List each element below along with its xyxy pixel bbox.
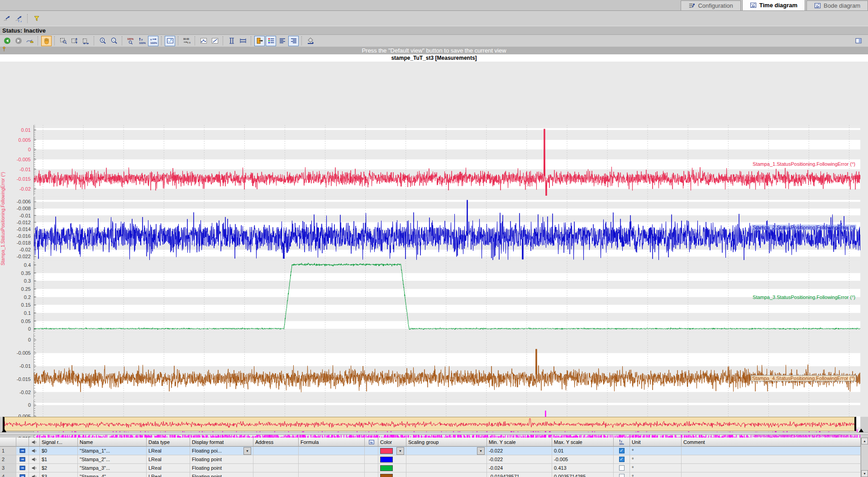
formula-toggle-cell[interactable] [365, 455, 378, 464]
legend-button[interactable] [266, 36, 276, 46]
interpolation-button[interactable] [210, 36, 220, 46]
align-left-button[interactable] [277, 36, 287, 46]
back-button[interactable] [2, 36, 12, 46]
zoom-select-button[interactable] [58, 36, 68, 46]
comment-cell[interactable] [682, 447, 861, 455]
column-header-scaling-group[interactable]: Scaling group [406, 438, 487, 447]
column-header-comment[interactable]: Comment [682, 438, 861, 447]
overview-strip[interactable] [3, 417, 856, 431]
trace-label-3[interactable]: Stampa_3.StatusPositioning.FollowingErro… [752, 294, 856, 300]
audio-cell[interactable] [29, 464, 40, 472]
formula-cell[interactable] [299, 472, 365, 477]
column-header-name[interactable]: Name [78, 438, 147, 447]
chevron-down-icon[interactable]: ▼ [477, 447, 485, 455]
formula-cell[interactable] [299, 464, 365, 472]
tab-time-diagram[interactable]: Time diagram [742, 0, 805, 10]
name-cell[interactable]: "Stampa_2"... [78, 455, 147, 464]
column-header-blank[interactable] [0, 438, 16, 447]
display-format-cell[interactable]: Floating poi...▼ [190, 447, 253, 455]
trace-label-4[interactable]: Stampa_4.StatusPositioning.FollowingErro… [751, 375, 856, 381]
overview-track[interactable] [0, 432, 868, 435]
comment-cell[interactable] [682, 455, 861, 464]
zoom-in-button[interactable] [97, 36, 108, 46]
min-y-scale-cell[interactable]: -0.019428571 [487, 472, 552, 477]
display-format-cell[interactable]: Floating point [190, 472, 253, 477]
visible-checkbox[interactable] [619, 465, 625, 471]
tab-bode-diagram[interactable]: Bode diagram [806, 0, 868, 10]
color-swatch[interactable] [380, 448, 393, 454]
max-y-scale-cell[interactable]: 0.01 [552, 447, 614, 455]
signal-cell[interactable]: $0 [40, 447, 78, 455]
address-cell[interactable] [253, 447, 299, 455]
formula-toggle-cell[interactable] [365, 464, 378, 472]
time-offset-button[interactable]: 00:00t ± [181, 36, 192, 46]
plot-canvas-4[interactable] [33, 333, 860, 399]
table-row[interactable]: 4$3"Stampa_4"...LRealFloating point-0.01… [0, 472, 861, 477]
address-cell[interactable] [253, 455, 299, 464]
chevron-down-icon[interactable]: ▼ [396, 447, 404, 455]
name-cell[interactable]: "Stampa_1"... [78, 447, 147, 455]
y-100-button[interactable]: y100% [137, 36, 147, 46]
color-swatch[interactable] [380, 457, 393, 463]
zoom-vertical-button[interactable] [69, 36, 80, 46]
table-row[interactable]: 3$2"Stampa_3"...LRealFloating point-0.02… [0, 464, 861, 472]
column-header-blank[interactable] [16, 438, 29, 447]
comment-cell[interactable] [682, 472, 861, 477]
min-y-scale-cell[interactable]: -0.024 [487, 464, 552, 472]
signal-cell[interactable]: $3 [40, 472, 78, 477]
audio-cell[interactable] [29, 455, 40, 464]
filter-button[interactable] [31, 13, 42, 24]
scaling-group-cell[interactable] [406, 472, 487, 477]
color-cell[interactable] [378, 455, 406, 464]
max-y-scale-cell[interactable]: 0.0035714285 [552, 472, 614, 477]
color-cell[interactable] [378, 464, 406, 472]
column-header-formula[interactable]: Formula [299, 438, 365, 447]
dock-button[interactable] [853, 36, 863, 46]
column-header-signal-r-[interactable]: Signal r... [40, 438, 78, 447]
scaling-group-cell[interactable]: ▼ [406, 447, 487, 455]
x-100-button[interactable]: x100% [148, 36, 158, 46]
color-cell[interactable] [378, 472, 406, 477]
address-cell[interactable] [253, 464, 299, 472]
max-y-scale-cell[interactable]: 0.413 [552, 464, 614, 472]
formula-toggle-cell[interactable] [365, 472, 378, 477]
forward-button[interactable] [13, 36, 24, 46]
column-header-color[interactable]: Color [378, 438, 406, 447]
plot-canvas-3[interactable] [33, 261, 860, 332]
visible-cell[interactable] [614, 472, 630, 477]
visible-cell[interactable]: ✓ [614, 447, 630, 455]
signal-cell[interactable]: $1 [40, 455, 78, 464]
color-swatch[interactable] [380, 474, 393, 477]
column-header-yscale-icon[interactable]: y100x [614, 438, 630, 447]
plot-canvas-1[interactable] [33, 125, 860, 196]
scaling-group-cell[interactable] [406, 455, 487, 464]
trace-label-1[interactable]: Stampa_1.StatusPositioning.FollowingErro… [752, 161, 856, 167]
visible-cell[interactable] [614, 464, 630, 472]
align-right-button[interactable] [288, 36, 299, 46]
background-color-button[interactable] [305, 36, 315, 46]
formula-cell[interactable] [299, 455, 365, 464]
table-row[interactable]: 1$0"Stampa_1"...LRealFloating poi...▼▼▼-… [0, 447, 861, 455]
pan-button[interactable] [41, 36, 52, 46]
export-trace-button[interactable] [2, 13, 12, 24]
samples-button[interactable] [198, 36, 209, 46]
curve-view-button[interactable] [165, 36, 175, 46]
name-cell[interactable]: "Stampa_4"... [78, 472, 147, 477]
visible-checkbox[interactable] [619, 474, 625, 477]
vertical-measure-button[interactable] [226, 36, 237, 46]
max-y-scale-cell[interactable]: -0.005 [552, 455, 614, 464]
chevron-down-icon[interactable]: ▼ [243, 447, 251, 455]
column-header-fx-icon[interactable]: fx [365, 438, 378, 447]
zoom-out-button[interactable] [109, 36, 119, 46]
default-view-button[interactable] [254, 36, 265, 46]
column-header-data-type[interactable]: Data type [147, 438, 190, 447]
snapshot-button[interactable] [24, 36, 35, 46]
audio-cell[interactable] [29, 472, 40, 477]
plot-canvas-2[interactable] [33, 197, 860, 260]
audio-cell[interactable] [29, 447, 40, 455]
column-header-max-y-scale[interactable]: Max. Y scale [552, 438, 614, 447]
column-header-address[interactable]: Address [253, 438, 299, 447]
visible-checkbox[interactable]: ✓ [619, 448, 625, 453]
scroll-up-icon[interactable]: ▲ [861, 438, 868, 444]
trace-label-2[interactable]: Stampa_2.StatusPositioning.FollowingErro… [752, 225, 856, 230]
